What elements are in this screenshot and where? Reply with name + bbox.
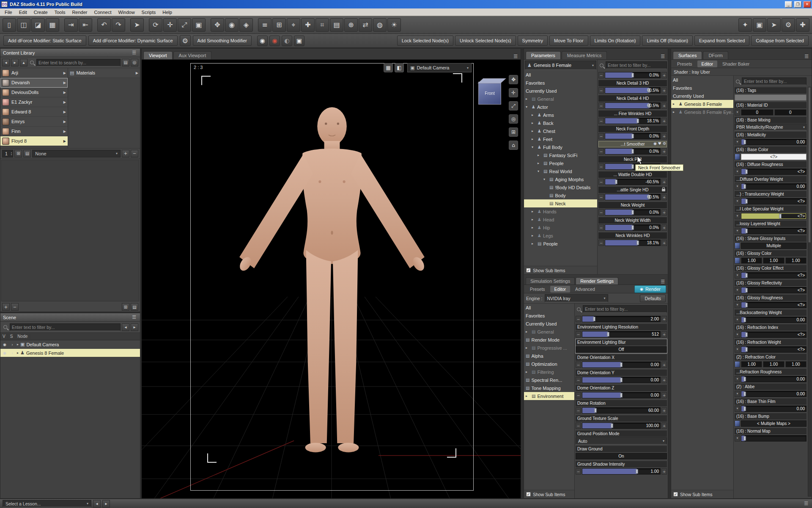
- gear-icon[interactable]: ⚙: [663, 141, 666, 146]
- selectability-icon[interactable]: ›: [9, 351, 15, 355]
- increment-button[interactable]: +: [661, 224, 667, 231]
- tree-item[interactable]: ▤ Neck: [524, 199, 597, 207]
- slider-handle[interactable]: [632, 73, 634, 77]
- slider-track[interactable]: 0.00: [741, 376, 807, 382]
- add-button[interactable]: +: [2, 303, 10, 311]
- tree-item[interactable]: ▸ ▤ Filtering: [524, 368, 574, 376]
- scene-filter-input[interactable]: [10, 323, 121, 331]
- slider-track[interactable]: 18.1%: [605, 240, 661, 246]
- value-2[interactable]: 0: [774, 109, 807, 116]
- property-label[interactable]: (2) : Abbe: [735, 384, 807, 390]
- color-chip[interactable]: [735, 257, 740, 264]
- decrement-button[interactable]: −: [576, 407, 581, 414]
- map-button[interactable]: ▾: [735, 198, 740, 204]
- expand-arrow[interactable]: ▶: [63, 81, 66, 85]
- pane-menu-icon[interactable]: ☰: [131, 50, 137, 55]
- figure-selector[interactable]: ♟ Genesis 8 Female ▾: [525, 61, 596, 70]
- polygon-group-icon[interactable]: ▤: [330, 18, 343, 32]
- node-action-button[interactable]: Lock Selected Node(s): [397, 36, 453, 46]
- slider-handle[interactable]: [743, 406, 746, 411]
- tree-item[interactable]: Currently Used: [671, 92, 733, 100]
- map-button[interactable]: ▾: [735, 331, 740, 338]
- map-button[interactable]: ▾: [735, 317, 740, 323]
- render-icon[interactable]: ✦: [738, 18, 752, 32]
- page-back-icon[interactable]: ⊞: [122, 303, 129, 311]
- increment-button[interactable]: +: [661, 194, 667, 200]
- spin-down-icon[interactable]: ▾: [11, 154, 12, 156]
- subtab-editor[interactable]: Editor: [697, 61, 717, 67]
- subtab-shader-baker[interactable]: Shader Baker: [718, 61, 754, 67]
- expand-arrow[interactable]: ▶: [63, 71, 66, 75]
- map-button[interactable]: ▾: [735, 376, 740, 382]
- slider-handle[interactable]: [620, 393, 623, 398]
- menu-item[interactable]: Edit: [16, 9, 30, 15]
- tree-item[interactable]: ▤ !Body HD Details: [524, 183, 597, 191]
- materials-folder[interactable]: ▤ Materials ▶: [68, 68, 140, 78]
- slider-track[interactable]: 0.0%: [605, 148, 661, 155]
- align-tool-icon[interactable]: ≡: [258, 18, 272, 32]
- decrement-button[interactable]: −: [598, 224, 604, 231]
- expand-arrow[interactable]: ▸: [673, 102, 677, 106]
- expand-arrow[interactable]: ▸: [538, 161, 542, 165]
- decrement-button[interactable]: −: [598, 102, 604, 109]
- content-library-header[interactable]: Content Library ☰: [0, 49, 140, 57]
- slider-track[interactable]: 0.00: [741, 317, 807, 323]
- favorite-icon[interactable]: ♥: [658, 141, 661, 146]
- pointer-settings-icon[interactable]: ➤: [767, 18, 781, 32]
- slider-track[interactable]: 0.0%: [605, 209, 661, 215]
- expand-arrow[interactable]: ▸: [532, 129, 536, 133]
- expand-arrow[interactable]: ▸: [532, 218, 536, 221]
- increment-button[interactable]: +: [661, 331, 667, 337]
- tree-item[interactable]: All: [524, 304, 574, 312]
- expand-arrow[interactable]: ▶: [63, 139, 66, 143]
- close-button[interactable]: ✕: [804, 1, 811, 8]
- slider-track[interactable]: 0.00: [741, 183, 807, 190]
- decrement-button[interactable]: −: [598, 133, 604, 139]
- node-selection-tool-icon[interactable]: ➤: [130, 18, 144, 32]
- camera-selector[interactable]: ▣ Default Camera ▾: [407, 63, 472, 72]
- iray-preview-icon[interactable]: ◉: [257, 36, 268, 46]
- pan-icon[interactable]: ✛: [509, 88, 518, 97]
- map-button[interactable]: ▾: [735, 406, 740, 412]
- decrement-button[interactable]: −: [598, 209, 604, 215]
- tab-viewport[interactable]: Viewport: [143, 51, 173, 59]
- slider-track[interactable]: 0.00: [582, 362, 661, 368]
- parameter-label[interactable]: Neck Weight ◉ ♥ ⚙: [598, 202, 667, 208]
- scrollbar[interactable]: [808, 87, 811, 497]
- scene-node[interactable]: ◉ › ▸ ♟ Genesis 8 Female: [0, 349, 140, 357]
- translate-tool-icon[interactable]: ✛: [163, 18, 177, 32]
- tree-item[interactable]: ▤ Render Mode: [524, 336, 574, 344]
- property-label[interactable]: (2) : Refraction Color: [735, 354, 807, 360]
- tree-item[interactable]: ▾ ▤ Real World: [524, 167, 597, 175]
- checkbox[interactable]: ✓: [673, 492, 678, 497]
- dforce-settings-icon[interactable]: ⚙: [180, 35, 191, 46]
- tree-item[interactable]: ▸ ▤ Environment: [524, 392, 574, 400]
- separator[interactable]: [93, 18, 96, 32]
- separator[interactable]: [206, 18, 210, 32]
- content-folder[interactable]: E1 Zackyr ▶: [0, 97, 68, 107]
- visibility-column[interactable]: V: [0, 334, 8, 339]
- menu-item[interactable]: File: [1, 9, 16, 15]
- separator[interactable]: [126, 18, 129, 32]
- render-button[interactable]: ◉ Render: [634, 285, 666, 293]
- page-spinner[interactable]: 1 ▴▾: [2, 150, 13, 157]
- increment-button[interactable]: +: [661, 102, 667, 109]
- map-button[interactable]: ▾: [735, 168, 740, 175]
- slider-handle[interactable]: [746, 347, 748, 352]
- parameter-label[interactable]: Neck Wrinkles HD ◉ ♥ ⚙: [598, 232, 667, 239]
- tree-item[interactable]: ▸ ▤ People: [524, 159, 597, 167]
- tree-item[interactable]: ▸ ♟ Head: [524, 215, 597, 224]
- expand-arrow[interactable]: ▸: [673, 110, 677, 114]
- tree-item[interactable]: ▸ ▤ Progressive ...: [524, 344, 574, 352]
- increment-button[interactable]: +: [661, 392, 667, 398]
- slider-track[interactable]: 18.1%: [605, 118, 661, 124]
- slider-handle[interactable]: [743, 318, 746, 322]
- prev-match-button[interactable]: ◂: [122, 323, 129, 331]
- menu-item[interactable]: Window: [115, 9, 138, 15]
- render-album-icon[interactable]: ▣: [753, 18, 766, 32]
- parameter-label[interactable]: Neck Pull ◉ ♥ ⚙: [598, 156, 667, 163]
- map-button[interactable]: ▾: [735, 302, 740, 308]
- geometry-editor-icon[interactable]: ⌗: [315, 18, 329, 32]
- slider-handle[interactable]: [746, 229, 748, 233]
- viewport-3d[interactable]: 2 : 3: [142, 60, 521, 498]
